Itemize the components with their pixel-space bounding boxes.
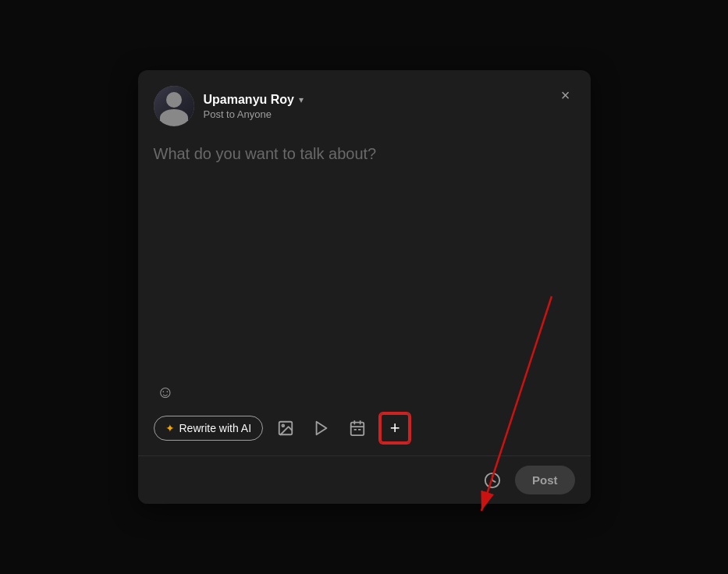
calendar-button[interactable] — [344, 415, 371, 441]
modal-container: Upamanyu Roy ▾ Post to Anyone × What do … — [138, 70, 591, 504]
video-button[interactable] — [308, 415, 335, 441]
toolbar-row: ✦ Rewrite with AI — [138, 406, 591, 456]
modal-overlay: Upamanyu Roy ▾ Post to Anyone × What do … — [0, 0, 728, 574]
rewrite-ai-label: Rewrite with AI — [179, 422, 252, 434]
user-info: Upamanyu Roy ▾ Post to Anyone — [204, 93, 304, 120]
user-name-row: Upamanyu Roy ▾ — [204, 93, 304, 107]
emoji-button[interactable]: ☺ — [154, 379, 177, 406]
modal-footer: Post — [138, 456, 591, 504]
user-name: Upamanyu Roy — [204, 93, 294, 107]
image-button[interactable] — [272, 415, 299, 441]
emoji-row: ☺ — [138, 373, 591, 406]
svg-point-1 — [282, 424, 285, 427]
svg-marker-2 — [317, 422, 327, 435]
close-button[interactable]: × — [553, 83, 578, 108]
image-icon — [277, 420, 294, 437]
plus-button[interactable]: + — [380, 413, 410, 443]
audience-dropdown-icon[interactable]: ▾ — [299, 94, 304, 105]
avatar — [154, 86, 194, 126]
post-content-area[interactable]: What do you want to talk about? — [138, 139, 591, 373]
ai-star-icon: ✦ — [165, 422, 175, 434]
calendar-icon — [349, 420, 366, 437]
svg-rect-3 — [351, 423, 364, 436]
post-modal: Upamanyu Roy ▾ Post to Anyone × What do … — [138, 70, 591, 504]
rewrite-ai-button[interactable]: ✦ Rewrite with AI — [154, 416, 264, 441]
post-button[interactable]: Post — [515, 466, 575, 494]
schedule-button[interactable] — [479, 467, 506, 494]
post-placeholder: What do you want to talk about? — [154, 145, 575, 163]
clock-icon — [484, 472, 501, 489]
modal-header: Upamanyu Roy ▾ Post to Anyone × — [138, 70, 591, 139]
video-icon — [313, 420, 330, 437]
avatar-image — [154, 86, 194, 126]
post-audience[interactable]: Post to Anyone — [204, 108, 304, 120]
plus-icon: + — [390, 418, 400, 438]
